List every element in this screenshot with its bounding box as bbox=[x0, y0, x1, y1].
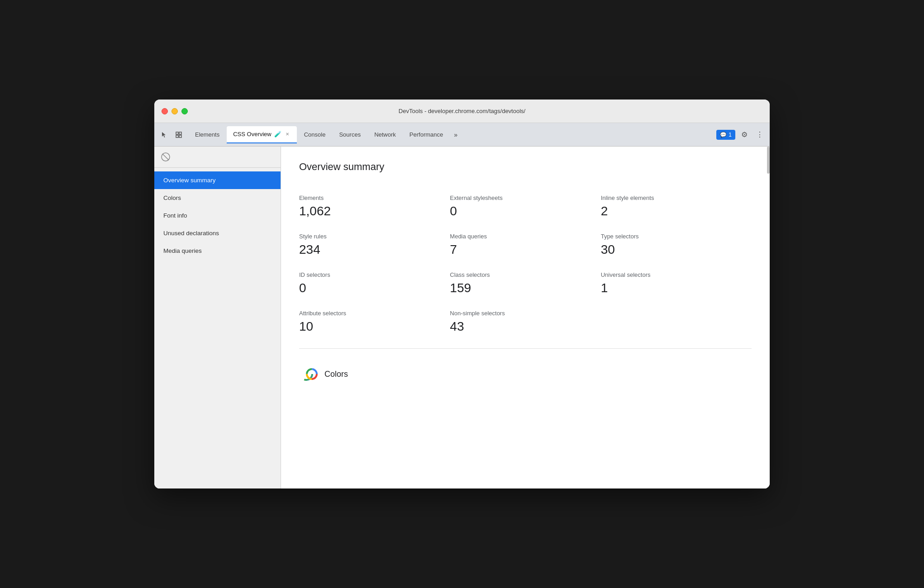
tab-console[interactable]: Console bbox=[298, 126, 332, 143]
settings-button[interactable]: ⚙ bbox=[738, 128, 751, 141]
stat-universal-selectors-value: 1 bbox=[601, 281, 743, 295]
stat-id-selectors: ID selectors 0 bbox=[299, 264, 450, 303]
svg-line-5 bbox=[162, 154, 169, 160]
stat-external-stylesheets-value: 0 bbox=[450, 204, 591, 218]
stat-class-selectors-value: 159 bbox=[450, 281, 591, 295]
tabs: Elements CSS Overview 🧪 ✕ Console Source… bbox=[189, 126, 713, 143]
stat-inline-style-elements-value: 2 bbox=[601, 204, 743, 218]
tab-css-overview[interactable]: CSS Overview 🧪 ✕ bbox=[227, 126, 297, 143]
tab-elements[interactable]: Elements bbox=[189, 126, 226, 143]
content-area: Overview summary Elements 1,062 External… bbox=[281, 147, 770, 488]
colors-section: Colors bbox=[299, 356, 752, 389]
page-title: Overview summary bbox=[299, 161, 752, 173]
main-area: Overview summary Colors Font info Unused… bbox=[154, 147, 770, 488]
stat-id-selectors-value: 0 bbox=[299, 281, 441, 295]
stat-media-queries-value: 7 bbox=[450, 242, 591, 257]
more-options-button[interactable]: ⋮ bbox=[753, 128, 766, 141]
feedback-button[interactable]: 💬 1 bbox=[716, 130, 735, 140]
close-button[interactable] bbox=[162, 108, 168, 114]
colors-section-title: Colors bbox=[324, 370, 348, 379]
stat-non-simple-selectors-value: 43 bbox=[450, 319, 591, 334]
sidebar: Overview summary Colors Font info Unused… bbox=[154, 147, 281, 488]
sidebar-item-font-info[interactable]: Font info bbox=[154, 207, 281, 224]
stat-inline-style-elements: Inline style elements 2 bbox=[601, 187, 752, 226]
stats-grid: Elements 1,062 External stylesheets 0 In… bbox=[299, 187, 752, 341]
stat-attribute-selectors-label: Attribute selectors bbox=[299, 310, 441, 317]
stat-non-simple-selectors: Non-simple selectors 43 bbox=[450, 303, 600, 341]
sidebar-item-unused-declarations[interactable]: Unused declarations bbox=[154, 224, 281, 242]
section-divider bbox=[299, 348, 752, 349]
stat-type-selectors-value: 30 bbox=[601, 242, 743, 257]
sidebar-item-colors[interactable]: Colors bbox=[154, 189, 281, 207]
tab-bar-right-controls: 💬 1 ⚙ ⋮ bbox=[716, 128, 766, 141]
stat-elements: Elements 1,062 bbox=[299, 187, 450, 226]
chat-icon: 💬 bbox=[720, 132, 727, 138]
window-title: DevTools - developer.chrome.com/tags/dev… bbox=[399, 108, 525, 114]
maximize-button[interactable] bbox=[181, 108, 188, 114]
sidebar-item-media-queries[interactable]: Media queries bbox=[154, 242, 281, 260]
stat-style-rules: Style rules 234 bbox=[299, 226, 450, 264]
svg-rect-0 bbox=[176, 132, 178, 134]
traffic-lights bbox=[162, 108, 188, 114]
title-bar: DevTools - developer.chrome.com/tags/dev… bbox=[154, 100, 770, 123]
stat-id-selectors-label: ID selectors bbox=[299, 271, 441, 278]
tab-sources[interactable]: Sources bbox=[333, 126, 367, 143]
tab-network[interactable]: Network bbox=[368, 126, 402, 143]
stat-style-rules-label: Style rules bbox=[299, 233, 441, 240]
stat-empty bbox=[601, 303, 752, 341]
stat-media-queries-label: Media queries bbox=[450, 233, 591, 240]
stat-media-queries: Media queries 7 bbox=[450, 226, 600, 264]
stat-class-selectors-label: Class selectors bbox=[450, 271, 591, 278]
content-inner: Overview summary Elements 1,062 External… bbox=[281, 147, 770, 403]
stat-inline-style-elements-label: Inline style elements bbox=[601, 194, 743, 201]
tab-bar: Elements CSS Overview 🧪 ✕ Console Source… bbox=[154, 123, 770, 147]
stat-style-rules-value: 234 bbox=[299, 242, 441, 257]
sidebar-item-overview-summary[interactable]: Overview summary bbox=[154, 171, 281, 189]
stat-attribute-selectors-value: 10 bbox=[299, 319, 441, 334]
stat-external-stylesheets: External stylesheets 0 bbox=[450, 187, 600, 226]
minimize-button[interactable] bbox=[171, 108, 178, 114]
stat-non-simple-selectors-label: Non-simple selectors bbox=[450, 310, 591, 317]
stat-external-stylesheets-label: External stylesheets bbox=[450, 194, 591, 201]
scrollbar-thumb[interactable] bbox=[767, 147, 770, 174]
svg-rect-3 bbox=[179, 135, 181, 138]
cursor-icon[interactable] bbox=[158, 128, 171, 141]
stat-type-selectors-label: Type selectors bbox=[601, 233, 743, 240]
inspect-icon[interactable] bbox=[172, 128, 185, 141]
block-icon bbox=[161, 152, 171, 162]
svg-rect-1 bbox=[179, 132, 181, 134]
tab-close-css-overview[interactable]: ✕ bbox=[284, 131, 291, 138]
scrollbar[interactable] bbox=[766, 147, 770, 488]
stat-class-selectors: Class selectors 159 bbox=[450, 264, 600, 303]
stat-attribute-selectors: Attribute selectors 10 bbox=[299, 303, 450, 341]
stat-elements-label: Elements bbox=[299, 194, 441, 201]
sidebar-top bbox=[154, 147, 281, 168]
tab-performance[interactable]: Performance bbox=[403, 126, 449, 143]
stat-universal-selectors-label: Universal selectors bbox=[601, 271, 743, 278]
stat-universal-selectors: Universal selectors 1 bbox=[601, 264, 752, 303]
stat-elements-value: 1,062 bbox=[299, 204, 441, 218]
svg-rect-2 bbox=[176, 135, 178, 138]
colors-ring-icon-main bbox=[305, 367, 319, 381]
tab-bar-left-controls bbox=[158, 128, 185, 141]
more-tabs-button[interactable]: » bbox=[450, 126, 461, 143]
devtools-window: DevTools - developer.chrome.com/tags/dev… bbox=[154, 100, 770, 488]
flask-icon: 🧪 bbox=[274, 131, 281, 138]
sidebar-nav: Overview summary Colors Font info Unused… bbox=[154, 168, 281, 488]
stat-type-selectors: Type selectors 30 bbox=[601, 226, 752, 264]
